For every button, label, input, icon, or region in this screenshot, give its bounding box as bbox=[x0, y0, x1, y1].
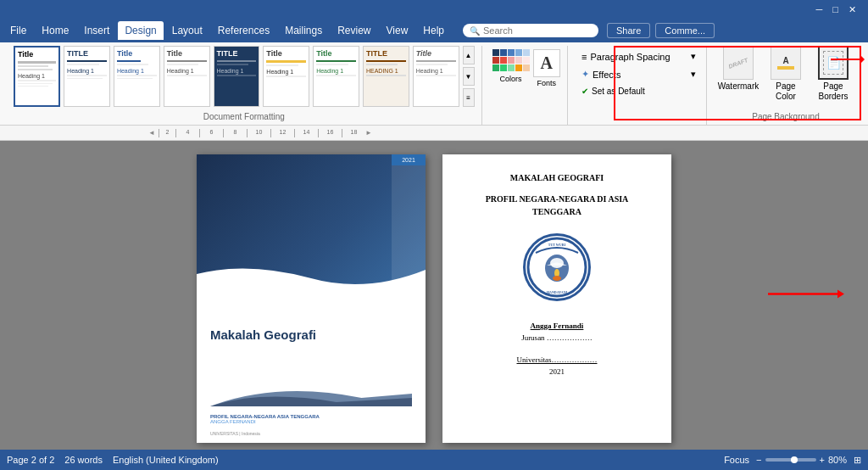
language: English (United Kingdom) bbox=[113, 455, 219, 465]
menu-mailings[interactable]: Mailings bbox=[278, 21, 329, 40]
inner-name: Angga Fernandi bbox=[531, 322, 584, 330]
top-actions: Share Comme... bbox=[607, 23, 715, 38]
menu-help[interactable]: Help bbox=[416, 21, 451, 40]
inner-page-content: MAKALAH GEOGRAFI PROFIL NEGARA-NEGARA DI… bbox=[442, 154, 671, 443]
colors-btn[interactable]: Colors bbox=[500, 75, 522, 83]
theme-scroll-down[interactable]: ▼ bbox=[463, 67, 475, 86]
menu-view[interactable]: View bbox=[380, 21, 415, 40]
menu-layout[interactable]: Layout bbox=[165, 21, 209, 40]
cover-page: 2021 Makalah Geografi PROFIL NEGARA-NEGA… bbox=[197, 154, 426, 443]
zoom-in-btn[interactable]: + bbox=[820, 455, 825, 465]
logo-circle: TUT WURI HANDAYANI bbox=[523, 233, 591, 301]
dropdown-icon: ▾ bbox=[691, 51, 696, 62]
ribbon: Title Heading 1 TITLE Heading 1 bbox=[0, 42, 868, 126]
paragraph-spacing-icon: ≡ bbox=[581, 52, 587, 62]
theme-scroll-up[interactable]: ▲ bbox=[463, 46, 475, 64]
page-color-btn[interactable]: A PageColor bbox=[765, 46, 807, 102]
search-icon: 🔍 bbox=[470, 26, 480, 36]
year-badge: 2021 bbox=[392, 154, 426, 165]
menu-home[interactable]: Home bbox=[35, 21, 75, 40]
watermark-btn[interactable]: DRAFT Watermark bbox=[717, 46, 760, 92]
theme-item-7[interactable]: Title Heading 1 bbox=[313, 46, 359, 107]
page-background-label: Page Background bbox=[752, 109, 820, 121]
view-mode-btn[interactable]: ⊞ bbox=[854, 455, 861, 466]
comments-button[interactable]: Comme... bbox=[655, 23, 715, 38]
status-bar: Page 2 of 2 26 words English (United Kin… bbox=[0, 450, 868, 470]
doc-formatting-label: Document Formatting bbox=[203, 109, 285, 121]
cover-title: Makalah Geografi bbox=[210, 327, 316, 342]
search-input[interactable] bbox=[483, 25, 568, 36]
word-count: 26 words bbox=[64, 455, 103, 465]
fonts-label[interactable]: Fonts bbox=[537, 79, 557, 87]
page-bg-buttons: DRAFT Watermark A PageColor bbox=[717, 46, 854, 102]
page-info: Page 2 of 2 bbox=[7, 455, 54, 465]
effects-dropdown-icon: ▾ bbox=[691, 69, 696, 80]
svg-text:HANDAYANI: HANDAYANI bbox=[547, 290, 568, 294]
menu-review[interactable]: Review bbox=[331, 21, 377, 40]
colors-fonts-section: Colors A Fonts bbox=[486, 46, 568, 125]
arrow-annotation bbox=[768, 288, 844, 304]
theme-item-6[interactable]: Title Heading 1 bbox=[263, 46, 309, 107]
effects-icon: ✦ bbox=[581, 69, 589, 80]
page-borders-btn[interactable]: 📄 Page Borders bbox=[812, 46, 854, 102]
menu-bar: File Home Insert Design Layout Reference… bbox=[0, 19, 868, 42]
fonts-btn[interactable]: A bbox=[533, 49, 560, 77]
maximize-btn[interactable]: □ bbox=[827, 4, 843, 14]
theme-item-9[interactable]: Title Heading 1 bbox=[413, 46, 459, 107]
theme-item-5[interactable]: TITLE Heading 1 bbox=[214, 46, 260, 107]
theme-item-1[interactable]: Title Heading 1 bbox=[14, 46, 60, 107]
share-button[interactable]: Share bbox=[607, 23, 650, 38]
effects-btn[interactable]: ✦ Effects ▾ bbox=[578, 67, 699, 81]
menu-file[interactable]: File bbox=[3, 21, 33, 40]
menu-insert[interactable]: Insert bbox=[77, 21, 116, 40]
watermark-label: Watermark bbox=[718, 81, 760, 92]
document-area: 2021 Makalah Geografi PROFIL NEGARA-NEGA… bbox=[0, 141, 868, 450]
theme-item-4[interactable]: Title Heading 1 bbox=[164, 46, 210, 107]
theme-scroll-more[interactable]: ≡ bbox=[463, 88, 475, 107]
zoom-percent: 80% bbox=[828, 455, 847, 465]
theme-gallery: Title Heading 1 TITLE Heading 1 bbox=[14, 46, 475, 109]
theme-item-3[interactable]: Title Heading 1 bbox=[114, 46, 160, 107]
minimize-btn[interactable]: ─ bbox=[811, 4, 828, 14]
focus-label[interactable]: Focus bbox=[724, 455, 749, 465]
svg-point-6 bbox=[553, 276, 561, 281]
inner-title-1: MAKALAH GEOGRAFI bbox=[510, 171, 604, 184]
status-right: Focus − + 80% ⊞ bbox=[724, 455, 861, 466]
inner-year: 2021 bbox=[549, 367, 565, 376]
title-bar: ─ □ ✕ bbox=[0, 0, 868, 19]
cover-author: ANGGA FERNANDI bbox=[210, 419, 412, 424]
menu-design[interactable]: Design bbox=[118, 21, 163, 40]
theme-item-8[interactable]: TITLE HEADING 1 bbox=[363, 46, 409, 107]
watermark-icon: DRAFT bbox=[723, 46, 754, 80]
cover-university: UNIVERSITAS | Indonesia bbox=[210, 431, 412, 436]
svg-text:TUT WURI: TUT WURI bbox=[548, 243, 566, 247]
inner-title-2: PROFIL NEGARA-NEGARA DI ASIA TENGGARA bbox=[461, 193, 653, 218]
checkmark-icon: ✔ bbox=[581, 87, 588, 96]
page-borders-icon: 📄 bbox=[818, 46, 849, 80]
theme-item-2[interactable]: TITLE Heading 1 bbox=[64, 46, 110, 107]
inner-page: MAKALAH GEOGRAFI PROFIL NEGARA-NEGARA DI… bbox=[442, 154, 671, 443]
inner-university: Universitas……………… bbox=[517, 355, 598, 364]
close-btn[interactable]: ✕ bbox=[843, 4, 861, 15]
paragraph-spacing-btn[interactable]: ≡ Paragraph Spacing ▾ bbox=[578, 49, 699, 64]
page-borders-label: Page Borders bbox=[812, 81, 854, 102]
doc-formatting-section: Title Heading 1 TITLE Heading 1 bbox=[7, 46, 482, 125]
paragraph-section: ≡ Paragraph Spacing ▾ ✦ Effects ▾ ✔ Set … bbox=[571, 46, 707, 125]
zoom-slider[interactable] bbox=[765, 458, 816, 462]
zoom-out-btn[interactable]: − bbox=[756, 455, 761, 465]
page-background-section: DRAFT Watermark A PageColor bbox=[710, 46, 861, 125]
zoom-bar: − + 80% bbox=[756, 455, 847, 465]
page-color-label: PageColor bbox=[776, 81, 796, 102]
menu-references[interactable]: References bbox=[211, 21, 276, 40]
search-bar[interactable]: 🔍 bbox=[463, 24, 598, 37]
inner-jurusan: Jurusan ……………… bbox=[521, 333, 593, 342]
set-as-default-btn[interactable]: ✔ Set as Default bbox=[578, 85, 699, 98]
page-color-icon: A bbox=[771, 46, 801, 80]
ruler: ◄ 2 4 6 8 10 12 14 16 18 ► bbox=[0, 126, 868, 141]
svg-marker-10 bbox=[837, 290, 844, 299]
